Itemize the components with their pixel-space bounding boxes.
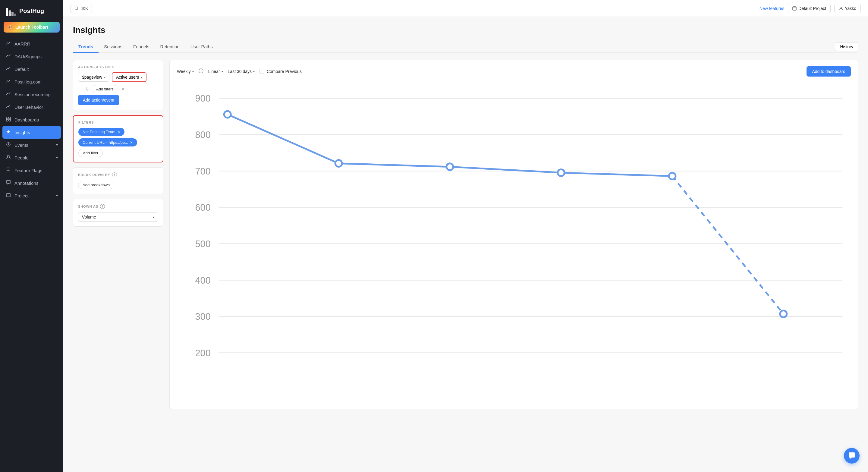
event-dropdown[interactable]: $pageview ▾ <box>78 73 110 82</box>
compare-previous-checkbox[interactable] <box>259 69 264 74</box>
sidebar-item-label: User Behavior <box>14 104 43 110</box>
add-filter-button[interactable]: Add filter <box>79 149 103 157</box>
add-to-dashboard-button[interactable]: Add to dashboard <box>807 66 851 76</box>
close-tag-icon-2[interactable]: ✕ <box>130 140 133 145</box>
topbar: ⌘K New features Default Project Yakko <box>63 0 868 17</box>
tab-retention[interactable]: Retention <box>155 41 185 53</box>
chart-icon-3 <box>5 66 11 72</box>
close-tag-icon[interactable]: ✕ <box>117 130 120 134</box>
behavior-icon <box>5 104 11 110</box>
sidebar-item-default[interactable]: Default <box>0 63 63 75</box>
actions-events-label: ACTIONS & EVENTS <box>78 65 158 69</box>
tab-funnels[interactable]: Funnels <box>128 41 155 53</box>
add-filters-row: ↳ Add filters ✕ <box>85 85 158 93</box>
app-name: PostHog <box>19 7 44 14</box>
sidebar-item-label: Session recording <box>14 92 51 97</box>
svg-point-33 <box>335 160 342 167</box>
project-icon <box>5 193 11 199</box>
sidebar-item-people[interactable]: People ▾ <box>0 151 63 164</box>
sidebar-item-events[interactable]: Events ▾ <box>0 139 63 151</box>
svg-text:400: 400 <box>195 275 211 285</box>
shown-as-dropdown[interactable]: Volume ▾ <box>78 213 158 222</box>
close-filters-icon[interactable]: ✕ <box>121 87 125 92</box>
sidebar-item-label: People <box>14 155 29 160</box>
breakdown-label: BREAK DOWN BY i <box>78 172 158 177</box>
svg-text:600: 600 <box>195 202 211 213</box>
tab-trends[interactable]: Trends <box>73 41 98 53</box>
svg-point-9 <box>7 155 9 157</box>
sidebar-item-insights[interactable]: Insights <box>2 126 61 139</box>
range-button[interactable]: Last 30 days ▾ <box>228 69 255 74</box>
history-button[interactable]: History <box>835 42 858 51</box>
svg-rect-3 <box>14 13 16 16</box>
sidebar-item-aarrr[interactable]: AARRR <box>0 37 63 50</box>
svg-text:900: 900 <box>195 93 211 104</box>
toolbar-icon: 🎨 <box>8 25 13 30</box>
chart-svg-container: 900 800 700 600 500 400 300 <box>177 82 851 403</box>
svg-line-31 <box>672 176 783 314</box>
filter-tag-current-url: Current URL ≈ https://po... ✕ <box>79 138 158 149</box>
annotations-icon <box>5 180 11 186</box>
svg-point-36 <box>669 173 675 179</box>
chevron-down-icon: ▾ <box>56 143 58 147</box>
chevron-period-icon: ▾ <box>192 70 194 73</box>
breakdown-section: BREAK DOWN BY i Add breakdown <box>73 167 163 194</box>
chevron-down-shown-as: ▾ <box>153 216 154 219</box>
tab-userpaths[interactable]: User Paths <box>185 41 218 53</box>
trend-chart: 900 800 700 600 500 400 300 <box>177 82 851 403</box>
sidebar-nav: AARRR DAU/Signups Default PostHog.com Se… <box>0 36 63 472</box>
chevron-down-icon-3: ▾ <box>56 193 58 198</box>
add-action-button[interactable]: Add action/event <box>78 95 119 105</box>
tab-sessions[interactable]: Sessions <box>98 41 128 53</box>
sidebar-item-session[interactable]: Session recording <box>0 88 63 101</box>
user-icon <box>839 6 843 10</box>
svg-rect-2 <box>11 12 13 16</box>
new-features-link[interactable]: New features <box>760 6 784 11</box>
scale-button[interactable]: Linear ▾ <box>208 69 223 74</box>
sidebar-item-label: PostHog.com <box>14 79 41 84</box>
sidebar-item-project[interactable]: Project ▾ <box>0 189 63 202</box>
project-button[interactable]: Default Project <box>788 4 831 13</box>
chat-icon <box>848 452 856 460</box>
svg-rect-6 <box>6 119 8 121</box>
flags-icon <box>5 167 11 173</box>
svg-text:300: 300 <box>195 311 211 322</box>
chart-controls: Weekly ▾ i Linear ▾ Last 30 day <box>177 66 851 76</box>
svg-rect-11 <box>793 7 796 10</box>
chart-info-icon[interactable]: i <box>198 68 204 74</box>
sidebar-item-posthog[interactable]: PostHog.com <box>0 75 63 88</box>
metric-dropdown[interactable]: Active users ▾ <box>112 72 147 82</box>
actions-events-section: ACTIONS & EVENTS $pageview ▾ Active user… <box>73 60 163 110</box>
chart-icon <box>5 41 11 47</box>
chat-bubble[interactable] <box>844 448 860 464</box>
toolbar-label: Launch Toolbar! <box>16 25 48 30</box>
user-button[interactable]: Yakko <box>834 4 861 13</box>
svg-rect-7 <box>9 119 10 121</box>
sidebar-item-dau[interactable]: DAU/Signups <box>0 50 63 63</box>
chevron-down-icon-2: ▾ <box>56 156 58 160</box>
filters-label: FILTERS <box>79 121 158 124</box>
chart-icon-2 <box>5 53 11 59</box>
add-breakdown-button[interactable]: Add breakdown <box>78 181 114 189</box>
svg-rect-0 <box>6 8 8 16</box>
svg-text:700: 700 <box>195 166 211 177</box>
period-button[interactable]: Weekly ▾ <box>177 69 194 74</box>
sidebar-item-annotations[interactable]: Annotations <box>0 177 63 189</box>
chevron-down-icon-metric: ▾ <box>141 76 142 79</box>
launch-toolbar-button[interactable]: 🎨 Launch Toolbar! <box>4 22 60 33</box>
breakdown-info-icon: i <box>112 172 117 177</box>
add-filters-button[interactable]: Add filters <box>92 85 118 93</box>
sidebar-item-label: AARRR <box>14 41 30 46</box>
sidebar-item-flags[interactable]: Feature Flags <box>0 164 63 177</box>
svg-rect-1 <box>9 10 11 16</box>
sidebar-item-label: Dashboards <box>14 117 39 122</box>
sidebar-item-dashboards[interactable]: Dashboards <box>0 113 63 126</box>
main-content: ⌘K New features Default Project Yakko In… <box>63 0 868 472</box>
insights-icon <box>5 129 11 135</box>
sidebar-logo: PostHog <box>0 0 63 21</box>
search-box[interactable]: ⌘K <box>70 4 92 13</box>
sidebar-item-behavior[interactable]: User Behavior <box>0 101 63 113</box>
project-label: Default Project <box>798 6 826 11</box>
filter-tag-not-posthog: Not PostHog Team ✕ <box>79 128 158 138</box>
shown-as-label: SHOWN AS i <box>78 204 158 209</box>
